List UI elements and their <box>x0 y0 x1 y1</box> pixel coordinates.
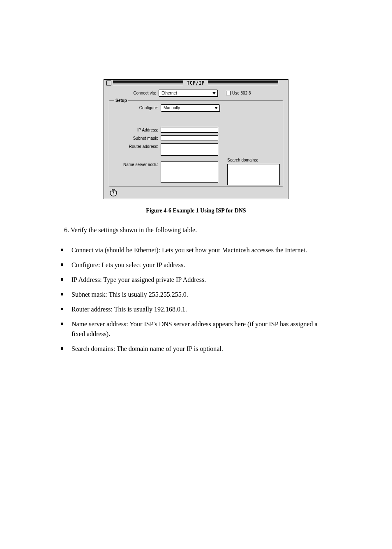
connect-via-label: Connect via: <box>109 91 159 95</box>
connect-via-value: Ethernet <box>161 91 177 95</box>
titlebar-stripes <box>208 81 278 85</box>
instruction-list: Connect via (should be Ethernet): Lets y… <box>61 245 324 354</box>
search-domains-input[interactable] <box>227 164 280 185</box>
tcpip-dialog: TCP/IP Connect via: Ethernet Use 802.3 <box>104 79 288 199</box>
step-6: 6. Verify the settings shown in the foll… <box>64 226 351 234</box>
svg-marker-2 <box>214 107 218 109</box>
ip-address-label: IP Address: <box>111 128 161 132</box>
help-icon[interactable]: ? <box>110 189 117 196</box>
close-box-icon[interactable] <box>106 81 111 85</box>
list-item: Subnet mask: This is usually 255.255.255… <box>61 290 324 300</box>
subnet-mask-label: Subnet mask: <box>111 136 161 141</box>
svg-rect-0 <box>107 81 111 85</box>
list-item: Connect via (should be Ethernet): Lets y… <box>61 245 324 255</box>
checkbox-icon <box>226 91 231 95</box>
svg-text:?: ? <box>112 190 115 196</box>
router-address-label: Router address: <box>111 143 161 149</box>
search-domains-group: Search domains: <box>227 158 280 185</box>
titlebar-stripes <box>113 81 183 85</box>
configure-value: Manually <box>164 106 180 110</box>
setup-legend: Setup <box>114 98 128 103</box>
chevron-down-icon <box>212 92 216 95</box>
chevron-down-icon <box>214 107 218 109</box>
configure-label: Configure: <box>111 106 161 110</box>
header-rule <box>43 38 351 38</box>
use-8023-label: Use 802.3 <box>232 91 251 95</box>
window-title: TCP/IP <box>183 80 208 86</box>
dialog-body: Connect via: Ethernet Use 802.3 Setup Co… <box>104 86 288 199</box>
ip-address-input[interactable] <box>161 127 218 133</box>
figure-caption: Figure 4-6 Example 1 Using ISP for DNS <box>41 208 351 214</box>
router-address-input[interactable] <box>161 143 218 156</box>
list-item: IP Address: Type your assigned private I… <box>61 275 324 285</box>
use-8023-checkbox[interactable]: Use 802.3 <box>226 91 251 95</box>
name-server-label: Name server addr.: <box>111 161 161 167</box>
connect-via-popup[interactable]: Ethernet <box>159 90 218 97</box>
subnet-mask-input[interactable] <box>161 135 218 141</box>
list-item: Name server address: Your ISP's DNS serv… <box>61 319 324 339</box>
search-domains-label: Search domains: <box>227 158 258 162</box>
list-item: Configure: Lets you select your IP addre… <box>61 260 324 270</box>
list-item: Search domains: The domain name of your … <box>61 344 324 354</box>
configure-popup[interactable]: Manually <box>161 104 220 111</box>
name-server-input[interactable] <box>161 161 218 183</box>
svg-marker-1 <box>212 92 216 95</box>
titlebar: TCP/IP <box>104 80 288 86</box>
list-item: Router address: This is usually 192.168.… <box>61 304 324 314</box>
